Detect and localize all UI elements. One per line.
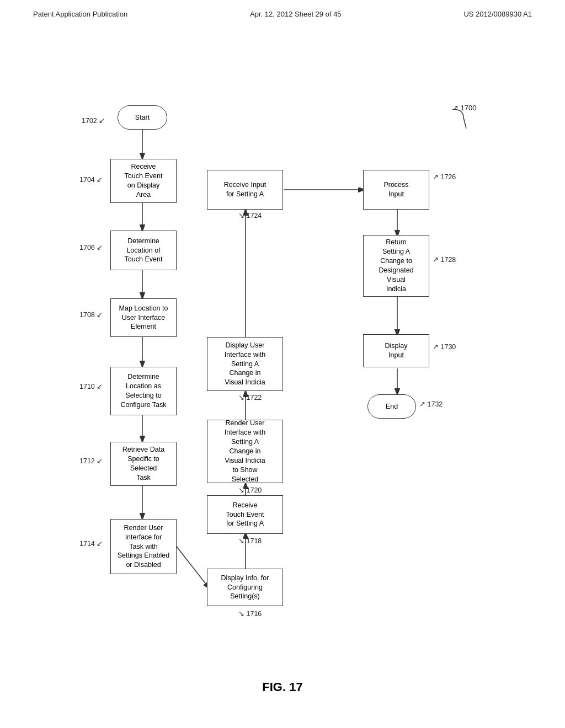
box-1730: DisplayInput <box>363 334 429 367</box>
diagram-area: Start 1702 ↙ ReceiveTouch Eventon Displa… <box>0 24 565 675</box>
start-node: Start <box>118 105 167 130</box>
ref-1730: ↗ 1730 <box>433 342 456 351</box>
box-1724: Receive Inputfor Setting A <box>207 170 283 210</box>
ref-1706: 1706 ↙ <box>79 243 103 251</box>
box-1726: ProcessInput <box>363 170 429 210</box>
box-1710: DetermineLocation asSelecting toConfigur… <box>110 367 177 415</box>
end-label: End <box>386 402 398 411</box>
box-1712: Retrieve DataSpecific toSelectedTask <box>110 442 177 486</box>
box-1706: DetermineLocation ofTouch Event <box>110 231 177 270</box>
ref-1732: ↗ 1732 <box>419 400 443 408</box>
box-1714: Render UserInterface forTask withSetting… <box>110 519 177 574</box>
ref-1716: ↘ 1716 <box>238 609 262 618</box>
box-1728: ReturnSetting AChange toDesignatedVisual… <box>363 235 429 297</box>
box-1716: Display Info. forConfiguringSetting(s) <box>207 569 283 606</box>
box-1722: Display UserInterface withSetting AChang… <box>207 337 283 391</box>
header-left: Patent Application Publication <box>33 10 127 18</box>
ref-1700: ↗ 1700 <box>452 104 477 112</box>
ref-1720: ↘ 1720 <box>238 486 262 494</box>
header-right: US 2012/0089930 A1 <box>463 10 532 18</box>
box-1720: Render UserInterface withSetting AChange… <box>207 420 283 483</box>
ref-1722: ↘ 1722 <box>238 393 262 402</box>
ref-1712: 1712 ↙ <box>79 457 103 465</box>
ref-1704: 1704 ↙ <box>79 175 103 184</box>
end-node: End <box>367 394 416 419</box>
box-1718: ReceiveTouch Eventfor Setting A <box>207 495 283 534</box>
ref-1718: ↘ 1718 <box>238 537 262 545</box>
ref-1728: ↗ 1728 <box>433 255 456 264</box>
svg-line-7 <box>177 547 209 587</box>
figure-caption: FIG. 17 <box>0 680 565 705</box>
ref-1702: 1702 ↙ <box>82 116 105 125</box>
ref-1714: 1714 ↙ <box>79 539 103 548</box>
start-label: Start <box>135 113 150 122</box>
svg-line-16 <box>463 117 466 129</box>
ref-1726: ↗ 1726 <box>433 173 456 181</box>
ref-1724: ↘ 1724 <box>238 211 262 220</box>
ref-1708: 1708 ↙ <box>79 311 103 319</box>
box-1704: ReceiveTouch Eventon DisplayArea <box>110 159 177 203</box>
header-middle: Apr. 12, 2012 Sheet 29 of 45 <box>250 10 342 18</box>
page-header: Patent Application Publication Apr. 12, … <box>0 0 565 18</box>
box-1708: Map Location toUser InterfaceElement <box>110 298 177 337</box>
ref-1710: 1710 ↙ <box>79 382 103 390</box>
